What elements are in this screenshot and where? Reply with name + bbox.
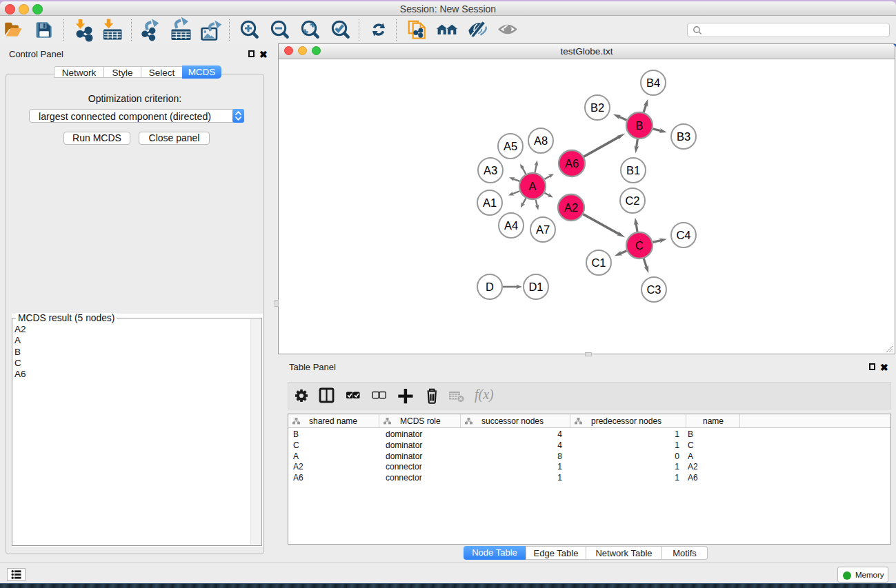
svg-text:B3: B3 xyxy=(677,130,690,143)
svg-text:A8: A8 xyxy=(534,134,548,147)
svg-text:B1: B1 xyxy=(626,164,640,176)
svg-text:A1: A1 xyxy=(483,196,497,209)
svg-text:D: D xyxy=(486,281,494,293)
svg-text:B: B xyxy=(635,119,643,132)
svg-text:B2: B2 xyxy=(590,101,604,114)
svg-text:C3: C3 xyxy=(646,283,661,296)
svg-text:A4: A4 xyxy=(504,219,518,232)
svg-text:A: A xyxy=(528,180,536,192)
svg-text:C1: C1 xyxy=(591,256,606,269)
svg-text:A2: A2 xyxy=(564,201,578,214)
svg-text:C4: C4 xyxy=(676,229,690,241)
svg-text:A5: A5 xyxy=(504,140,517,152)
svg-text:D1: D1 xyxy=(528,281,543,293)
svg-text:A3: A3 xyxy=(484,164,497,176)
svg-text:A7: A7 xyxy=(536,223,550,236)
svg-text:A6: A6 xyxy=(565,157,579,170)
svg-text:B4: B4 xyxy=(646,77,660,89)
svg-text:C2: C2 xyxy=(625,194,639,207)
svg-text:C: C xyxy=(635,239,644,252)
